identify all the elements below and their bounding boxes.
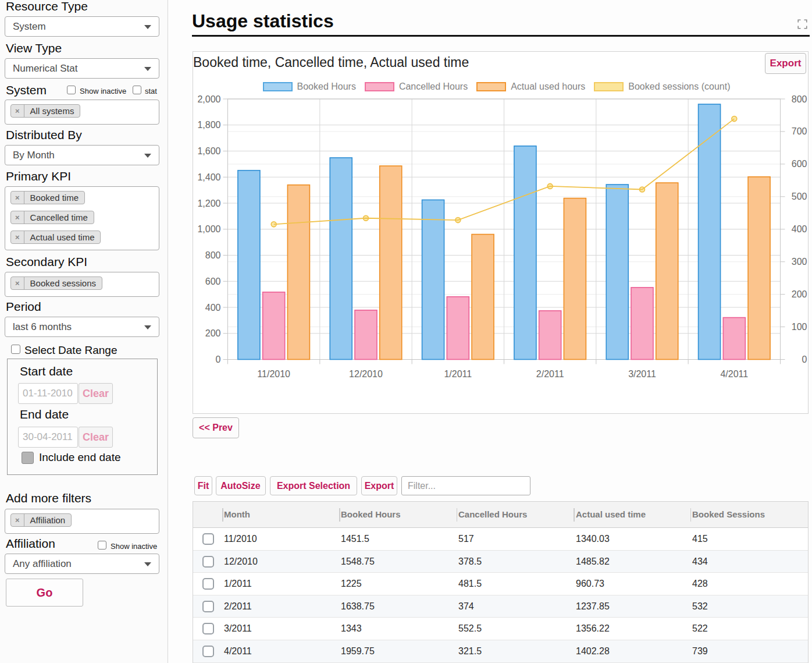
svg-text:2/2011: 2/2011	[536, 369, 564, 379]
svg-text:1,600: 1,600	[197, 146, 220, 156]
svg-text:200: 200	[792, 289, 807, 299]
svg-text:4/2011: 4/2011	[720, 369, 748, 379]
svg-text:500: 500	[792, 192, 807, 201]
svg-text:400: 400	[205, 303, 221, 313]
svg-text:400: 400	[792, 224, 807, 234]
svg-text:800: 800	[205, 250, 221, 260]
svg-text:12/2010: 12/2010	[349, 369, 383, 379]
svg-text:100: 100	[792, 322, 807, 332]
svg-text:600: 600	[792, 159, 807, 169]
svg-text:1,000: 1,000	[197, 224, 220, 234]
svg-text:3/2011: 3/2011	[628, 369, 656, 379]
svg-text:0: 0	[216, 354, 221, 364]
svg-text:200: 200	[205, 328, 221, 338]
svg-text:11/2010: 11/2010	[257, 369, 290, 379]
svg-text:1,400: 1,400	[197, 172, 220, 182]
svg-text:1,800: 1,800	[197, 120, 220, 130]
svg-text:700: 700	[792, 126, 807, 136]
svg-text:300: 300	[792, 257, 807, 267]
svg-text:1/2011: 1/2011	[444, 369, 472, 379]
svg-text:1,200: 1,200	[197, 198, 220, 208]
svg-text:800: 800	[792, 94, 807, 104]
svg-text:600: 600	[205, 276, 221, 286]
svg-text:2,000: 2,000	[197, 94, 220, 104]
svg-text:0: 0	[802, 354, 807, 364]
